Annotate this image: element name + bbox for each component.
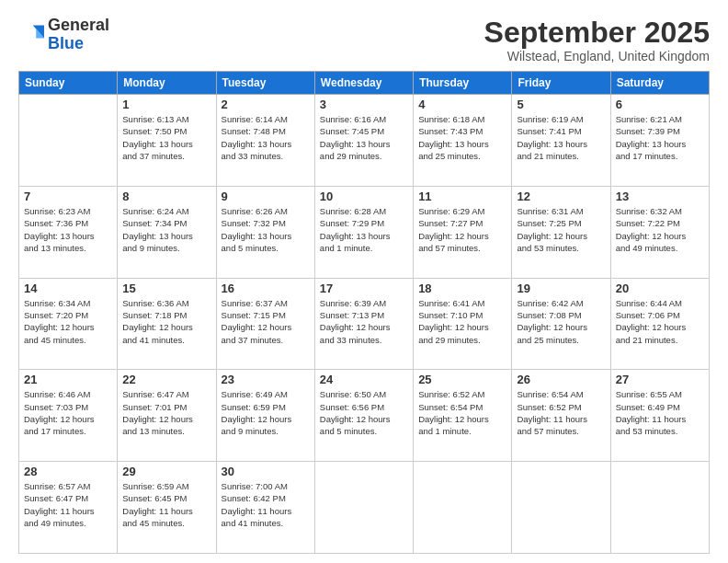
- cell-4-1: 29Sunrise: 6:59 AM Sunset: 6:45 PM Dayli…: [118, 462, 216, 554]
- cell-info-0-5: Sunrise: 6:19 AM Sunset: 7:41 PM Dayligh…: [517, 113, 605, 162]
- day-number-3-5: 26: [517, 373, 605, 386]
- day-number-0-5: 5: [517, 98, 605, 111]
- cell-info-1-4: Sunrise: 6:29 AM Sunset: 7:27 PM Dayligh…: [418, 205, 506, 254]
- cell-info-0-6: Sunrise: 6:21 AM Sunset: 7:39 PM Dayligh…: [616, 113, 704, 162]
- header-sunday: Sunday: [19, 72, 118, 95]
- cell-3-0: 21Sunrise: 6:46 AM Sunset: 7:03 PM Dayli…: [19, 370, 118, 462]
- day-number-0-6: 6: [616, 98, 704, 111]
- cell-0-2: 2Sunrise: 6:14 AM Sunset: 7:48 PM Daylig…: [216, 95, 314, 187]
- weekday-row: Sunday Monday Tuesday Wednesday Thursday…: [19, 72, 710, 95]
- day-number-1-2: 9: [222, 190, 310, 203]
- day-number-0-2: 2: [222, 98, 310, 111]
- cell-1-5: 12Sunrise: 6:31 AM Sunset: 7:25 PM Dayli…: [512, 186, 610, 278]
- cell-2-1: 15Sunrise: 6:36 AM Sunset: 7:18 PM Dayli…: [118, 278, 216, 370]
- cell-4-0: 28Sunrise: 6:57 AM Sunset: 6:47 PM Dayli…: [19, 462, 118, 554]
- header-monday: Monday: [118, 72, 216, 95]
- calendar-header: Sunday Monday Tuesday Wednesday Thursday…: [19, 72, 710, 95]
- calendar-body: 1Sunrise: 6:13 AM Sunset: 7:50 PM Daylig…: [19, 95, 710, 554]
- cell-3-5: 26Sunrise: 6:54 AM Sunset: 6:52 PM Dayli…: [512, 370, 610, 462]
- cell-0-1: 1Sunrise: 6:13 AM Sunset: 7:50 PM Daylig…: [118, 95, 216, 187]
- day-number-4-0: 28: [24, 465, 112, 478]
- cell-3-3: 24Sunrise: 6:50 AM Sunset: 6:56 PM Dayli…: [314, 370, 413, 462]
- title-block: September 2025 Wilstead, England, United…: [484, 17, 710, 63]
- day-number-2-6: 20: [616, 282, 704, 295]
- day-number-3-0: 21: [24, 373, 112, 386]
- cell-2-5: 19Sunrise: 6:42 AM Sunset: 7:08 PM Dayli…: [512, 278, 610, 370]
- header-thursday: Thursday: [414, 72, 512, 95]
- cell-4-4: [414, 462, 512, 554]
- day-number-2-0: 14: [24, 282, 112, 295]
- day-number-3-1: 22: [122, 373, 210, 386]
- day-number-1-4: 11: [418, 190, 506, 203]
- header-saturday: Saturday: [610, 72, 709, 95]
- week-row-3: 21Sunrise: 6:46 AM Sunset: 7:03 PM Dayli…: [19, 370, 710, 462]
- day-number-1-5: 12: [517, 190, 605, 203]
- cell-info-0-3: Sunrise: 6:16 AM Sunset: 7:45 PM Dayligh…: [320, 113, 408, 162]
- cell-2-0: 14Sunrise: 6:34 AM Sunset: 7:20 PM Dayli…: [19, 278, 118, 370]
- cell-info-0-2: Sunrise: 6:14 AM Sunset: 7:48 PM Dayligh…: [222, 113, 310, 162]
- header-tuesday: Tuesday: [216, 72, 314, 95]
- location: Wilstead, England, United Kingdom: [484, 49, 710, 63]
- day-number-4-2: 30: [222, 465, 310, 478]
- cell-info-4-2: Sunrise: 7:00 AM Sunset: 6:42 PM Dayligh…: [222, 480, 310, 529]
- cell-info-3-5: Sunrise: 6:54 AM Sunset: 6:52 PM Dayligh…: [517, 388, 605, 437]
- day-number-3-2: 23: [222, 373, 310, 386]
- cell-info-3-3: Sunrise: 6:50 AM Sunset: 6:56 PM Dayligh…: [320, 388, 408, 437]
- cell-0-3: 3Sunrise: 6:16 AM Sunset: 7:45 PM Daylig…: [314, 95, 413, 187]
- month-title: September 2025: [484, 17, 710, 49]
- cell-4-5: [512, 462, 610, 554]
- cell-info-3-2: Sunrise: 6:49 AM Sunset: 6:59 PM Dayligh…: [222, 388, 310, 437]
- cell-info-4-0: Sunrise: 6:57 AM Sunset: 6:47 PM Dayligh…: [24, 480, 112, 529]
- week-row-2: 14Sunrise: 6:34 AM Sunset: 7:20 PM Dayli…: [19, 278, 710, 370]
- day-number-3-3: 24: [320, 373, 408, 386]
- logo-text: General Blue: [48, 17, 109, 53]
- cell-info-3-4: Sunrise: 6:52 AM Sunset: 6:54 PM Dayligh…: [418, 388, 506, 437]
- cell-info-3-1: Sunrise: 6:47 AM Sunset: 7:01 PM Dayligh…: [122, 388, 210, 437]
- cell-info-1-1: Sunrise: 6:24 AM Sunset: 7:34 PM Dayligh…: [122, 205, 210, 254]
- cell-info-3-6: Sunrise: 6:55 AM Sunset: 6:49 PM Dayligh…: [616, 388, 704, 437]
- cell-info-2-1: Sunrise: 6:36 AM Sunset: 7:18 PM Dayligh…: [122, 297, 210, 346]
- cell-info-2-6: Sunrise: 6:44 AM Sunset: 7:06 PM Dayligh…: [616, 297, 704, 346]
- cell-info-3-0: Sunrise: 6:46 AM Sunset: 7:03 PM Dayligh…: [24, 388, 112, 437]
- calendar-table: Sunday Monday Tuesday Wednesday Thursday…: [18, 71, 710, 554]
- week-row-4: 28Sunrise: 6:57 AM Sunset: 6:47 PM Dayli…: [19, 462, 710, 554]
- day-number-0-1: 1: [122, 98, 210, 111]
- day-number-2-5: 19: [517, 282, 605, 295]
- cell-0-0: [19, 95, 118, 187]
- cell-1-0: 7Sunrise: 6:23 AM Sunset: 7:36 PM Daylig…: [19, 186, 118, 278]
- cell-0-6: 6Sunrise: 6:21 AM Sunset: 7:39 PM Daylig…: [610, 95, 709, 187]
- day-number-0-3: 3: [320, 98, 408, 111]
- day-number-1-0: 7: [24, 190, 112, 203]
- logo-icon: [18, 22, 44, 48]
- header-friday: Friday: [512, 72, 610, 95]
- day-number-2-3: 17: [320, 282, 408, 295]
- cell-4-6: [610, 462, 709, 554]
- cell-info-1-3: Sunrise: 6:28 AM Sunset: 7:29 PM Dayligh…: [320, 205, 408, 254]
- cell-3-4: 25Sunrise: 6:52 AM Sunset: 6:54 PM Dayli…: [414, 370, 512, 462]
- day-number-2-2: 16: [222, 282, 310, 295]
- day-number-3-4: 25: [418, 373, 506, 386]
- cell-2-3: 17Sunrise: 6:39 AM Sunset: 7:13 PM Dayli…: [314, 278, 413, 370]
- cell-1-4: 11Sunrise: 6:29 AM Sunset: 7:27 PM Dayli…: [414, 186, 512, 278]
- header-wednesday: Wednesday: [314, 72, 413, 95]
- cell-2-4: 18Sunrise: 6:41 AM Sunset: 7:10 PM Dayli…: [414, 278, 512, 370]
- cell-4-2: 30Sunrise: 7:00 AM Sunset: 6:42 PM Dayli…: [216, 462, 314, 554]
- header: General Blue September 2025 Wilstead, En…: [18, 17, 710, 63]
- page: General Blue September 2025 Wilstead, En…: [0, 0, 728, 563]
- cell-4-3: [314, 462, 413, 554]
- cell-info-1-0: Sunrise: 6:23 AM Sunset: 7:36 PM Dayligh…: [24, 205, 112, 254]
- cell-1-2: 9Sunrise: 6:26 AM Sunset: 7:32 PM Daylig…: [216, 186, 314, 278]
- cell-info-2-5: Sunrise: 6:42 AM Sunset: 7:08 PM Dayligh…: [517, 297, 605, 346]
- day-number-2-1: 15: [122, 282, 210, 295]
- cell-2-6: 20Sunrise: 6:44 AM Sunset: 7:06 PM Dayli…: [610, 278, 709, 370]
- cell-info-2-4: Sunrise: 6:41 AM Sunset: 7:10 PM Dayligh…: [418, 297, 506, 346]
- cell-1-6: 13Sunrise: 6:32 AM Sunset: 7:22 PM Dayli…: [610, 186, 709, 278]
- cell-info-1-6: Sunrise: 6:32 AM Sunset: 7:22 PM Dayligh…: [616, 205, 704, 254]
- cell-info-1-2: Sunrise: 6:26 AM Sunset: 7:32 PM Dayligh…: [222, 205, 310, 254]
- cell-info-2-0: Sunrise: 6:34 AM Sunset: 7:20 PM Dayligh…: [24, 297, 112, 346]
- cell-info-4-1: Sunrise: 6:59 AM Sunset: 6:45 PM Dayligh…: [122, 480, 210, 529]
- day-number-1-6: 13: [616, 190, 704, 203]
- cell-1-1: 8Sunrise: 6:24 AM Sunset: 7:34 PM Daylig…: [118, 186, 216, 278]
- cell-3-2: 23Sunrise: 6:49 AM Sunset: 6:59 PM Dayli…: [216, 370, 314, 462]
- logo: General Blue: [18, 17, 109, 53]
